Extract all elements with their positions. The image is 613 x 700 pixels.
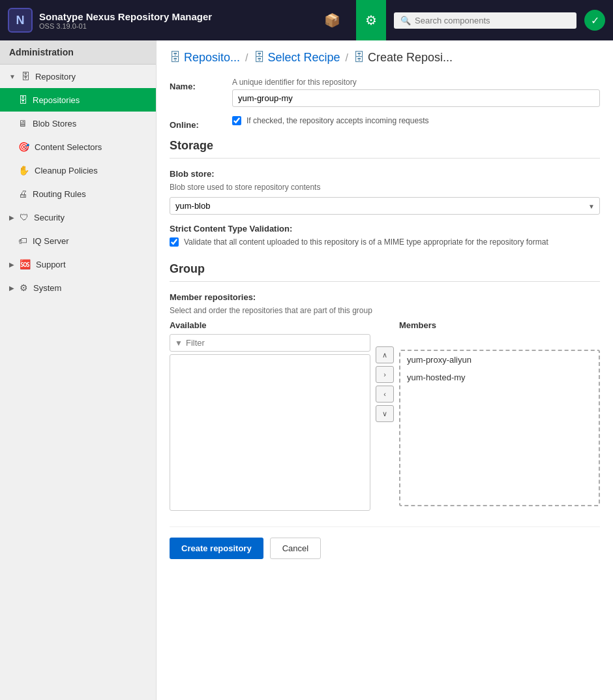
- system-icon: ⚙: [20, 282, 28, 293]
- sidebar-item-label: Routing Rules: [33, 189, 86, 199]
- logo-icon: N: [8, 8, 33, 33]
- breadcrumb-icon-1: 🗄: [170, 51, 181, 65]
- db-icon: 🗄: [21, 71, 30, 82]
- members-header: Members: [399, 320, 600, 330]
- logo-text: Sonatype Nexus Repository Manager OSS 3.…: [39, 11, 212, 30]
- arrow-up-button[interactable]: ∧: [376, 346, 394, 363]
- create-repository-button[interactable]: Create repository: [170, 538, 263, 559]
- topbar: N Sonatype Nexus Repository Manager OSS …: [0, 0, 613, 40]
- online-hint: If checked, the repository accepts incom…: [247, 116, 428, 125]
- main-layout: Administration ▼ 🗄 Repository 🗄 Reposito…: [0, 40, 613, 700]
- sidebar-item-label: IQ Server: [33, 236, 69, 246]
- online-checkbox[interactable]: [232, 116, 241, 125]
- sidebar-item-label: Security: [34, 213, 65, 222]
- breadcrumb-label-2: Select Recipe: [268, 51, 340, 65]
- sidebar-item-support[interactable]: ▶ 🆘 Support: [0, 252, 156, 276]
- sidebar-header: Administration: [0, 40, 156, 65]
- sidebar-item-label: Repositories: [33, 95, 80, 105]
- available-col: Available ▼: [170, 320, 370, 511]
- gear-button[interactable]: ⚙: [356, 0, 386, 40]
- filter-input[interactable]: [170, 334, 370, 352]
- breadcrumb-label-3: Create Reposi...: [368, 51, 453, 65]
- group-title: Group: [170, 262, 600, 282]
- arrow-down-button[interactable]: ∨: [376, 405, 394, 422]
- name-hint: A unique identifier for this repository: [232, 78, 600, 87]
- member-hint: Select and order the repositories that a…: [170, 306, 600, 315]
- repos-icon: 🗄: [18, 95, 27, 105]
- name-label: Name:: [170, 78, 222, 91]
- arrow-buttons: ∧ › ‹ ∨: [370, 346, 399, 422]
- member-label: Member repositories:: [170, 292, 600, 302]
- cube-icon: 📦: [324, 13, 340, 27]
- breadcrumb-icon-3: 🗄: [353, 51, 365, 65]
- online-checkbox-row: If checked, the repository accepts incom…: [232, 116, 600, 125]
- sidebar-item-blob-stores[interactable]: 🖥 Blob Stores: [0, 112, 156, 135]
- strict-checkbox[interactable]: [170, 237, 179, 247]
- iq-icon: 🏷: [18, 236, 27, 246]
- sidebar: Administration ▼ 🗄 Repository 🗄 Reposito…: [0, 40, 157, 700]
- blob-store-label: Blob store:: [170, 169, 600, 179]
- sidebar-item-repository[interactable]: ▼ 🗄 Repository: [0, 65, 156, 88]
- sidebar-item-security[interactable]: ▶ 🛡 Security: [0, 205, 156, 229]
- sidebar-item-label: Support: [36, 260, 66, 269]
- breadcrumb-sep-2: /: [346, 52, 348, 64]
- arrow-right-icon3: ▶: [9, 284, 14, 292]
- arrow-right-icon2: ▶: [9, 261, 14, 268]
- app-subtitle: OSS 3.19.0-01: [39, 22, 212, 30]
- breadcrumb-create-repo: 🗄 Create Reposi...: [353, 51, 453, 65]
- search-icon: 🔍: [400, 16, 411, 25]
- search-input[interactable]: [415, 16, 570, 25]
- breadcrumb-select-recipe[interactable]: 🗄 Select Recipe: [254, 51, 340, 65]
- strict-hint: Validate that all content uploaded to th…: [184, 237, 548, 247]
- main-content: 🗄 Reposito... / 🗄 Select Recipe / 🗄 Crea…: [157, 40, 613, 700]
- security-icon: 🛡: [20, 212, 29, 222]
- name-row: Name: A unique identifier for this repos…: [170, 78, 600, 107]
- sidebar-item-routing-rules[interactable]: 🖨 Routing Rules: [0, 182, 156, 205]
- member-item-2[interactable]: yum-hosted-my: [400, 369, 599, 386]
- breadcrumb-repositories[interactable]: 🗄 Reposito...: [170, 51, 240, 65]
- cancel-button[interactable]: Cancel: [270, 538, 321, 559]
- name-field: A unique identifier for this repository: [232, 78, 600, 107]
- bottom-actions: Create repository Cancel: [170, 526, 600, 570]
- group-section: Group Member repositories: Select and or…: [170, 262, 600, 511]
- sidebar-item-cleanup-policies[interactable]: ✋ Cleanup Policies: [0, 159, 156, 182]
- arrow-right-icon: ▶: [9, 214, 14, 221]
- blob-icon: 🖥: [18, 118, 27, 129]
- logo-char: N: [16, 14, 25, 27]
- sidebar-item-label: Cleanup Policies: [35, 166, 98, 175]
- filter-wrapper: ▼: [170, 334, 370, 352]
- sidebar-item-label: System: [33, 283, 61, 293]
- arrow-right-button[interactable]: ›: [376, 366, 394, 383]
- online-field: If checked, the repository accepts incom…: [232, 116, 600, 125]
- routing-icon: 🖨: [18, 189, 27, 199]
- online-label: Online:: [170, 116, 222, 130]
- breadcrumb-label-1: Reposito...: [184, 51, 240, 65]
- member-item-1[interactable]: yum-proxy-aliyun: [400, 351, 599, 369]
- blob-store-hint: Blob store used to store repository cont…: [170, 183, 600, 192]
- cube-button[interactable]: 📦: [316, 8, 348, 32]
- arrow-down-icon: ▼: [9, 73, 16, 80]
- sidebar-item-iq-server[interactable]: 🏷 IQ Server: [0, 229, 156, 252]
- sidebar-item-label: Blob Stores: [33, 119, 76, 129]
- gear-icon: ⚙: [365, 13, 377, 27]
- sidebar-item-label: Content Selectors: [35, 142, 102, 152]
- members-list[interactable]: yum-proxy-aliyun yum-hosted-my: [399, 350, 600, 506]
- breadcrumb-icon-2: 🗄: [254, 51, 265, 65]
- strict-checkbox-row: Validate that all content uploaded to th…: [170, 237, 600, 247]
- online-row: Online: If checked, the repository accep…: [170, 116, 600, 130]
- search-bar: 🔍: [394, 12, 576, 29]
- blob-store-select[interactable]: yum-blob default: [170, 197, 600, 215]
- app-logo: N Sonatype Nexus Repository Manager OSS …: [8, 8, 212, 33]
- sidebar-item-system[interactable]: ▶ ⚙ System: [0, 276, 156, 299]
- sidebar-item-repositories[interactable]: 🗄 Repositories: [0, 88, 156, 112]
- breadcrumb-sep-1: /: [245, 52, 248, 64]
- arrow-left-button[interactable]: ‹: [376, 386, 394, 403]
- status-check: ✓: [584, 10, 605, 31]
- sidebar-item-label: Repository: [35, 72, 76, 82]
- available-list[interactable]: [170, 354, 370, 511]
- name-input[interactable]: [232, 89, 600, 107]
- app-title: Sonatype Nexus Repository Manager: [39, 11, 212, 22]
- filter-icon: ▼: [175, 339, 183, 348]
- sidebar-item-content-selectors[interactable]: 🎯 Content Selectors: [0, 135, 156, 159]
- content-icon: 🎯: [18, 142, 29, 152]
